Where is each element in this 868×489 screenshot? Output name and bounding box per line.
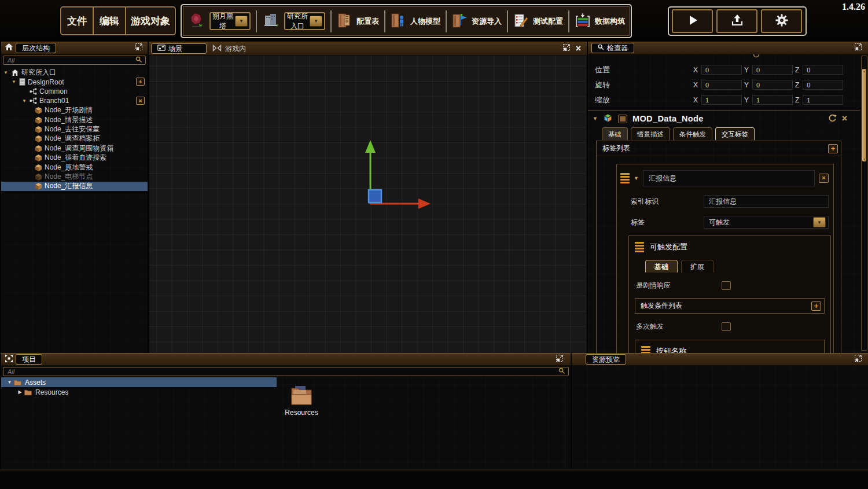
tab-condition-trigger[interactable]: 条件触发 [673, 127, 712, 140]
tag-list-container: 标签列表 + ▼ 汇报信息 × 索引标识 汇报信息 标签 [596, 141, 841, 353]
tag-name-input[interactable]: 汇报信息 [643, 170, 815, 186]
tree-row[interactable]: Node_情景描述 [1, 115, 148, 124]
project-maximize-button[interactable] [556, 354, 564, 365]
hierarchy-search[interactable] [3, 56, 146, 65]
menu-game-objects[interactable]: 游戏对象 [126, 8, 175, 34]
scene-close-button[interactable]: × [576, 44, 581, 53]
story-response-checkbox[interactable] [722, 281, 731, 290]
component-close-button[interactable]: × [842, 114, 847, 123]
tree-row-root[interactable]: ▼ 研究所入口 [1, 68, 148, 77]
tab-basic[interactable]: 基础 [602, 127, 628, 140]
tree-row-disabled[interactable]: Node_电梯节点 [1, 172, 148, 181]
world-select[interactable]: 朔月黑塔 ▼ [209, 12, 251, 30]
project-search-input[interactable] [6, 367, 558, 376]
chevron-right-icon[interactable]: ▶ [16, 389, 24, 395]
tree-row[interactable]: ▼ Branch01 × [1, 96, 148, 105]
chevron-down-icon[interactable]: ▼ [593, 116, 598, 122]
scene-select[interactable]: 研究所入口 ▼ [284, 12, 325, 30]
scene-maximize-button[interactable] [562, 43, 571, 54]
scroll-up-icon: ▲ [862, 69, 866, 73]
test-config-button[interactable]: 测试配置 [513, 13, 563, 30]
test-config-icon [513, 13, 529, 30]
preview-maximize-button[interactable] [854, 354, 862, 365]
search-icon [598, 44, 604, 52]
tree-row-selected[interactable]: Node_汇报信息 [1, 182, 148, 191]
version-label: 1.4.26 [842, 2, 865, 12]
config-tab-basic[interactable]: 基础 [645, 260, 678, 273]
scrollbar-thumb[interactable]: ▲ ▼ [862, 69, 866, 161]
chevron-down-icon: ▼ [314, 19, 318, 24]
scene-viewport[interactable] [149, 56, 586, 353]
tree-row[interactable]: Node_循着血迹搜索 [1, 153, 148, 163]
tree-row[interactable]: Node_调查周围物资箱 [1, 144, 148, 153]
node-cube-icon [35, 126, 42, 133]
chevron-down-icon[interactable]: ▼ [634, 175, 639, 181]
scale-y-field[interactable]: 1 [752, 95, 793, 105]
remove-tag-button[interactable]: × [819, 174, 829, 183]
tree-row[interactable]: Node_调查档案柜 [1, 134, 148, 144]
settings-button[interactable] [761, 9, 802, 33]
hierarchy-search-input[interactable] [6, 56, 135, 64]
project-tree-row-selected[interactable]: ▼ Assets [1, 377, 277, 387]
resource-import-icon [452, 13, 468, 30]
config-table-label: 配置表 [356, 16, 379, 27]
scene-select-caret-button[interactable]: ▼ [310, 16, 322, 27]
chevron-down-icon[interactable]: ▼ [6, 380, 13, 385]
position-z-field[interactable]: 0 [803, 65, 843, 75]
export-button[interactable] [716, 9, 757, 33]
rotation-z-field[interactable]: 0 [803, 80, 843, 90]
component-enabled-checkbox[interactable] [618, 115, 627, 123]
rotation-y-field[interactable]: 0 [752, 80, 793, 90]
transform-row-position: 位置 X0 Y0 Z0 [588, 62, 847, 78]
world-select-caret-button[interactable]: ▼ [235, 16, 248, 27]
add-tag-button[interactable]: + [828, 144, 838, 153]
button-name-header: 按钮名称 [641, 346, 818, 353]
tree-row[interactable]: Node_去往安保室 [1, 124, 148, 134]
component-name: MOD_Data_Node [632, 114, 704, 123]
toolbar-separator [507, 10, 508, 32]
chevron-down-icon[interactable]: ▼ [3, 70, 11, 75]
inspector-title: 检查器 [591, 43, 634, 53]
config-tab-extended[interactable]: 扩展 [681, 260, 713, 273]
position-y-field[interactable]: 0 [752, 65, 793, 75]
project-search[interactable] [3, 367, 569, 376]
project-body: ▼ Assets ▶ Resources Resources [1, 377, 571, 468]
drag-handle-icon[interactable] [620, 173, 630, 183]
tab-ingame[interactable]: 游戏内 [212, 44, 246, 54]
scale-z-field[interactable]: 1 [803, 95, 843, 105]
rotation-x-field[interactable]: 0 [701, 80, 742, 90]
hierarchy-maximize-button[interactable] [135, 43, 143, 53]
tag-type-select[interactable]: 可触发 ▼ [704, 216, 829, 229]
tree-row[interactable]: ▼ DesignRoot + [1, 77, 148, 86]
add-condition-button[interactable]: + [811, 302, 821, 311]
folder-tile[interactable]: Resources [285, 385, 318, 417]
inspector-maximize-button[interactable] [854, 43, 862, 53]
delete-branch-button[interactable]: × [136, 97, 145, 105]
transform-gizmo[interactable] [149, 56, 586, 353]
multi-trigger-checkbox[interactable] [722, 322, 731, 331]
config-table-button[interactable]: 配置表 [337, 13, 379, 30]
tab-interaction-tags[interactable]: 交互标签 [715, 127, 755, 140]
menu-file[interactable]: 文件 [61, 8, 94, 34]
tree-row[interactable]: Common [1, 87, 148, 96]
play-button[interactable] [672, 9, 713, 33]
position-x-field[interactable]: 0 [701, 65, 742, 75]
project-scrollbar[interactable] [565, 377, 565, 468]
scale-x-field[interactable]: 1 [701, 95, 742, 105]
tab-scene[interactable]: 场景 [151, 43, 207, 54]
search-icon [135, 55, 142, 65]
data-build-button[interactable]: 数据构筑 [575, 13, 625, 30]
menu-edit[interactable]: 编辑 [94, 8, 126, 34]
index-id-input[interactable]: 汇报信息 [704, 195, 829, 208]
tree-row[interactable]: Node_开场剧情 [1, 106, 148, 115]
chevron-down-icon[interactable]: ▼ [12, 79, 19, 84]
inspector-scrollbar[interactable]: ▲ ▼ [861, 56, 867, 351]
character-model-button[interactable]: 人物模型 [391, 13, 440, 30]
tab-scene-description[interactable]: 情景描述 [631, 127, 670, 140]
add-node-button[interactable]: + [136, 78, 145, 86]
tag-type-caret-button[interactable]: ▼ [813, 217, 826, 227]
tree-row[interactable]: Node_原地警戒 [1, 163, 148, 172]
resource-import-button[interactable]: 资源导入 [452, 13, 502, 30]
chevron-down-icon[interactable]: ▼ [22, 98, 30, 104]
refresh-icon[interactable] [828, 113, 837, 124]
